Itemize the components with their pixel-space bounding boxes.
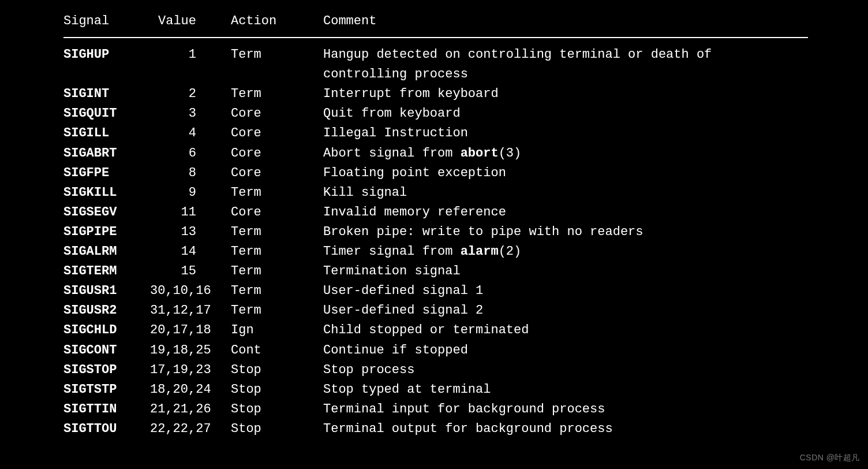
- cell-signal: SIGCHLD: [63, 321, 150, 340]
- manpage-ref-section: (3): [499, 146, 522, 161]
- header-comment: Comment: [323, 12, 762, 31]
- cell-action: Stop: [231, 419, 323, 439]
- table-row: SIGILL4CoreIllegal Instruction: [63, 124, 868, 143]
- cell-comment: Hangup detected on controlling terminal …: [323, 45, 762, 84]
- table-row: SIGQUIT3CoreQuit from keyboard: [63, 104, 868, 124]
- cell-value: 8: [150, 163, 231, 183]
- cell-comment-text: Timer signal from: [323, 244, 461, 259]
- cell-action: Term: [231, 281, 323, 301]
- table-row: SIGTSTP18,20,24StopStop typed at termina…: [63, 380, 868, 400]
- cell-comment: Quit from keyboard: [323, 104, 762, 124]
- cell-value: 3: [150, 104, 231, 124]
- cell-signal: SIGALRM: [63, 242, 150, 262]
- cell-value: 17,19,23: [150, 360, 231, 380]
- cell-action: Core: [231, 203, 323, 222]
- cell-value: 1: [150, 45, 231, 84]
- table-row: SIGCONT19,18,25ContContinue if stopped: [63, 341, 868, 360]
- cell-signal: SIGFPE: [63, 163, 150, 183]
- table-row: SIGABRT6CoreAbort signal from abort(3): [63, 144, 868, 163]
- manpage-ref-section: (2): [499, 244, 522, 259]
- table-row: SIGKILL9TermKill signal: [63, 183, 868, 203]
- cell-value: 6: [150, 144, 231, 163]
- watermark-text: CSDN @叶超凡: [800, 452, 860, 464]
- cell-comment: User-defined signal 1: [323, 281, 762, 301]
- cell-comment: Broken pipe: write to pipe with no reade…: [323, 222, 762, 242]
- cell-signal: SIGSEGV: [63, 203, 150, 222]
- cell-comment: Stop process: [323, 360, 762, 380]
- cell-action: Ign: [231, 321, 323, 340]
- cell-action: Term: [231, 45, 323, 84]
- header-rule: [63, 37, 808, 38]
- cell-value: 2: [150, 84, 231, 104]
- cell-comment: Termination signal: [323, 262, 762, 281]
- table-row: SIGSTOP17,19,23StopStop process: [63, 360, 868, 380]
- cell-comment: Continue if stopped: [323, 341, 762, 360]
- cell-signal: SIGTSTP: [63, 380, 150, 400]
- cell-comment: Invalid memory reference: [323, 203, 762, 222]
- cell-action: Cont: [231, 341, 323, 360]
- cell-action: Term: [231, 222, 323, 242]
- cell-signal: SIGTERM: [63, 262, 150, 281]
- cell-value: 22,22,27: [150, 419, 231, 439]
- cell-signal: SIGQUIT: [63, 104, 150, 124]
- manpage-ref-name: alarm: [461, 244, 499, 259]
- cell-action: Core: [231, 163, 323, 183]
- cell-comment: User-defined signal 2: [323, 301, 762, 321]
- cell-action: Core: [231, 144, 323, 163]
- cell-action: Term: [231, 242, 323, 262]
- cell-action: Term: [231, 262, 323, 281]
- table-row: SIGALRM14TermTimer signal from alarm(2): [63, 242, 868, 262]
- cell-signal: SIGTTOU: [63, 419, 150, 439]
- cell-comment: Abort signal from abort(3): [323, 144, 762, 163]
- cell-signal: SIGHUP: [63, 45, 150, 84]
- cell-value: 11: [150, 203, 231, 222]
- cell-value: 20,17,18: [150, 321, 231, 340]
- cell-signal: SIGINT: [63, 84, 150, 104]
- cell-comment: Timer signal from alarm(2): [323, 242, 762, 262]
- table-row: SIGPIPE13TermBroken pipe: write to pipe …: [63, 222, 868, 242]
- cell-signal: SIGABRT: [63, 144, 150, 163]
- cell-signal: SIGTTIN: [63, 400, 150, 419]
- table-row: SIGSEGV11CoreInvalid memory reference: [63, 203, 868, 222]
- table-header-row: Signal Value Action Comment: [63, 12, 868, 31]
- cell-action: Stop: [231, 360, 323, 380]
- cell-action: Core: [231, 124, 323, 143]
- cell-value: 18,20,24: [150, 380, 231, 400]
- cell-signal: SIGUSR2: [63, 301, 150, 321]
- cell-signal: SIGCONT: [63, 341, 150, 360]
- cell-value: 13: [150, 222, 231, 242]
- cell-action: Stop: [231, 380, 323, 400]
- table-body: SIGHUP1TermHangup detected on controllin…: [63, 45, 868, 439]
- cell-comment: Floating point exception: [323, 163, 762, 183]
- cell-value: 4: [150, 124, 231, 143]
- table-row: SIGTERM15TermTermination signal: [63, 262, 868, 281]
- cell-action: Term: [231, 84, 323, 104]
- signal-table-page: Signal Value Action Comment SIGHUP1TermH…: [0, 0, 868, 439]
- cell-value: 19,18,25: [150, 341, 231, 360]
- cell-comment: Kill signal: [323, 183, 762, 203]
- cell-comment: Illegal Instruction: [323, 124, 762, 143]
- table-row: SIGFPE8CoreFloating point exception: [63, 163, 868, 183]
- cell-comment: Terminal input for background process: [323, 400, 762, 419]
- cell-action: Stop: [231, 400, 323, 419]
- cell-value: 9: [150, 183, 231, 203]
- header-value: Value: [150, 12, 231, 31]
- cell-signal: SIGSTOP: [63, 360, 150, 380]
- cell-value: 14: [150, 242, 231, 262]
- cell-value: 21,21,26: [150, 400, 231, 419]
- table-row: SIGUSR231,12,17TermUser-defined signal 2: [63, 301, 868, 321]
- cell-comment: Interrupt from keyboard: [323, 84, 762, 104]
- cell-value: 30,10,16: [150, 281, 231, 301]
- cell-signal: SIGKILL: [63, 183, 150, 203]
- cell-comment: Stop typed at terminal: [323, 380, 762, 400]
- cell-signal: SIGPIPE: [63, 222, 150, 242]
- cell-value: 15: [150, 262, 231, 281]
- cell-signal: SIGUSR1: [63, 281, 150, 301]
- header-action: Action: [231, 12, 323, 31]
- table-row: SIGCHLD20,17,18IgnChild stopped or termi…: [63, 321, 868, 340]
- table-row: SIGINT2TermInterrupt from keyboard: [63, 84, 868, 104]
- cell-comment: Terminal output for background process: [323, 419, 762, 439]
- table-row: SIGTTOU22,22,27StopTerminal output for b…: [63, 419, 868, 439]
- cell-comment-text: Abort signal from: [323, 146, 461, 161]
- cell-action: Term: [231, 183, 323, 203]
